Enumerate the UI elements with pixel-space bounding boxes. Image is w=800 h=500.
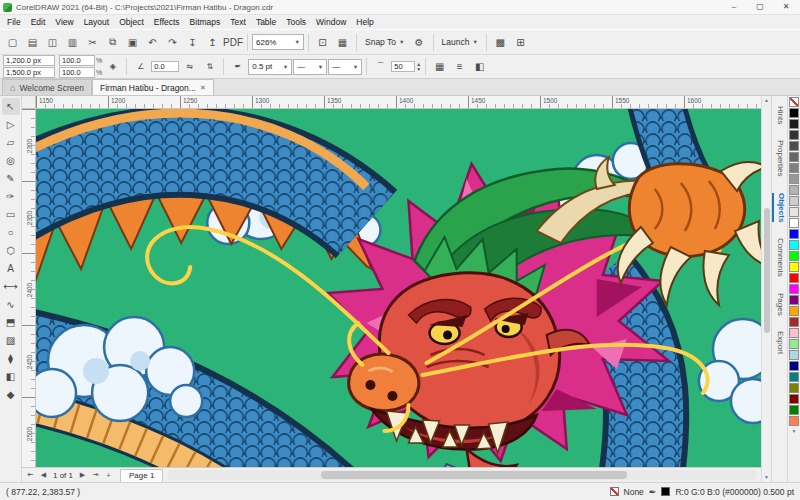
drop-shadow-tool[interactable]: ⬒ — [2, 314, 20, 331]
corner-radius-field[interactable]: 50 — [391, 61, 415, 72]
connector-tool[interactable]: ∿ — [2, 296, 20, 313]
palette-swatch[interactable] — [789, 317, 799, 327]
palette-swatch[interactable] — [789, 229, 799, 239]
docker-tab-pages[interactable]: Pages — [773, 293, 787, 316]
show-grid-icon[interactable]: ▦ — [333, 33, 352, 52]
palette-swatch[interactable] — [789, 372, 799, 382]
pick-tool[interactable]: ↖ — [2, 98, 20, 115]
first-page-button[interactable]: ⇤ — [24, 471, 37, 479]
close-button[interactable]: ✕ — [775, 0, 797, 14]
palette-swatch[interactable] — [789, 141, 799, 151]
docker-tab-export[interactable]: Export — [773, 331, 787, 354]
vertical-scrollbar[interactable]: ▲ ▼ — [761, 96, 771, 482]
menu-window[interactable]: Window — [311, 17, 351, 27]
smart-fill-tool[interactable]: ◆ — [2, 386, 20, 403]
palette-swatch[interactable] — [789, 350, 799, 360]
open-icon[interactable]: ▤ — [23, 33, 42, 52]
docker-tab-properties[interactable]: Properties — [773, 140, 787, 176]
palette-swatch[interactable] — [789, 218, 799, 228]
menu-effects[interactable]: Effects — [149, 17, 185, 27]
palette-swatch[interactable] — [789, 97, 799, 107]
line-style-select[interactable]: —▼ — [293, 59, 327, 75]
palette-swatch[interactable] — [789, 207, 799, 217]
palette-swatch[interactable] — [789, 119, 799, 129]
full-screen-preview-icon[interactable]: ⊡ — [313, 33, 332, 52]
palette-swatch[interactable] — [789, 394, 799, 404]
import-icon[interactable]: ↧ — [183, 33, 202, 52]
close-tab-icon[interactable]: ✕ — [200, 84, 206, 92]
fill-settings-icon[interactable]: ◧ — [470, 57, 489, 76]
snap-to-dropdown[interactable]: Snap To▼ — [361, 33, 409, 51]
palette-swatch[interactable] — [789, 251, 799, 261]
horizontal-ruler[interactable]: 1150120012501300135014001450150015501600 — [36, 96, 761, 109]
docker-tab-objects[interactable]: Objects — [772, 193, 788, 222]
next-page-button[interactable]: ▶ — [76, 471, 89, 479]
launch-dropdown[interactable]: Launch▼ — [438, 33, 482, 51]
docker-tab-hints[interactable]: Hints — [773, 106, 787, 124]
paste-icon[interactable]: ▣ — [123, 33, 142, 52]
new-document-icon[interactable]: ▢ — [3, 33, 22, 52]
scale-width-field[interactable]: 100.0 — [59, 55, 95, 66]
redo-icon[interactable]: ↷ — [163, 33, 182, 52]
menu-bitmaps[interactable]: Bitmaps — [185, 17, 226, 27]
scrollbar-thumb[interactable] — [321, 471, 628, 479]
freehand-tool[interactable]: ✎ — [2, 170, 20, 187]
palette-swatch[interactable] — [789, 339, 799, 349]
vertical-ruler[interactable]: 23002350240024502500 — [22, 109, 36, 467]
lock-ratio-icon[interactable]: ◈ — [103, 57, 122, 76]
palette-swatch[interactable] — [789, 174, 799, 184]
menu-object[interactable]: Object — [114, 17, 149, 27]
palette-swatch[interactable] — [789, 273, 799, 283]
menu-layout[interactable]: Layout — [79, 17, 115, 27]
options-gear-icon[interactable]: ⚙ — [410, 33, 429, 52]
maximize-button[interactable]: ▢ — [749, 0, 771, 14]
spinner[interactable]: ▲▼ — [416, 62, 421, 72]
copy-icon[interactable]: ⧉ — [103, 33, 122, 52]
menu-text[interactable]: Text — [225, 17, 251, 27]
tab-welcome-screen[interactable]: ⌂ Welcome Screen — [2, 79, 92, 95]
shape-tool[interactable]: ▷ — [2, 116, 20, 133]
new-window-icon[interactable]: ⊞ — [511, 33, 530, 52]
arrowhead-select[interactable]: —▼ — [328, 59, 362, 75]
scrollbar-thumb[interactable] — [764, 208, 770, 333]
transparency-tool[interactable]: ▨ — [2, 332, 20, 349]
scrollbar-track[interactable] — [763, 105, 771, 473]
palette-swatch[interactable] — [789, 284, 799, 294]
menu-table[interactable]: Table — [251, 17, 281, 27]
page-tab[interactable]: Page 1 — [120, 469, 163, 482]
palette-swatch[interactable] — [789, 383, 799, 393]
artistic-media-tool[interactable]: ✑ — [2, 188, 20, 205]
crop-tool[interactable]: ▱ — [2, 134, 20, 151]
interactive-fill-tool[interactable]: ◧ — [2, 368, 20, 385]
wrap-text-icon[interactable]: ▦ — [430, 57, 449, 76]
align-icon[interactable]: ≡ — [450, 57, 469, 76]
rotation-angle-field[interactable]: 0.0 — [151, 61, 179, 72]
export-icon[interactable]: ↥ — [203, 33, 222, 52]
add-page-button[interactable]: + — [102, 472, 115, 479]
menu-edit[interactable]: Edit — [26, 17, 51, 27]
zoom-tool[interactable]: ◎ — [2, 152, 20, 169]
dimension-tool[interactable]: ⟷ — [2, 278, 20, 295]
palette-scroll-down-icon[interactable]: ▼ — [792, 428, 797, 434]
cut-icon[interactable]: ✂ — [83, 33, 102, 52]
horizontal-scrollbar[interactable] — [167, 470, 757, 480]
undo-icon[interactable]: ↶ — [143, 33, 162, 52]
object-y-field[interactable]: 1,500.0 px — [3, 67, 55, 78]
mirror-horizontal-icon[interactable]: ⇋ — [180, 57, 199, 76]
minimize-button[interactable]: – — [723, 0, 745, 14]
text-tool[interactable]: A — [2, 260, 20, 277]
menu-tools[interactable]: Tools — [281, 17, 311, 27]
arrange-windows-icon[interactable]: ▩ — [491, 33, 510, 52]
mirror-vertical-icon[interactable]: ⇅ — [200, 57, 219, 76]
tab-dragon-document[interactable]: Firman Hatibu - Dragon... ✕ — [92, 79, 214, 95]
palette-swatch[interactable] — [789, 295, 799, 305]
palette-swatch[interactable] — [789, 108, 799, 118]
palette-swatch[interactable] — [789, 306, 799, 316]
scroll-up-icon[interactable]: ▲ — [764, 96, 769, 105]
menu-view[interactable]: View — [50, 17, 78, 27]
save-icon[interactable]: ◫ — [43, 33, 62, 52]
palette-swatch[interactable] — [789, 152, 799, 162]
palette-swatch[interactable] — [789, 163, 799, 173]
ellipse-tool[interactable]: ○ — [2, 224, 20, 241]
color-eyedropper-tool[interactable]: ⧫ — [2, 350, 20, 367]
